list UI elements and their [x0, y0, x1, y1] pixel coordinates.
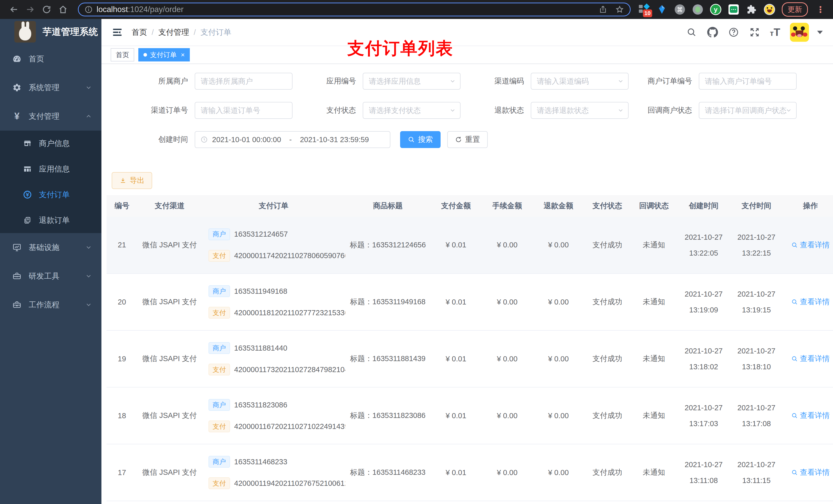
cell-fee: ¥ 0.00: [481, 217, 533, 273]
browser-update-button[interactable]: 更新: [782, 2, 808, 17]
extension-puzzle-icon[interactable]: [746, 4, 757, 15]
export-button[interactable]: 导出: [112, 172, 152, 189]
date-start[interactable]: 2021-10-01 00:00:00: [212, 136, 281, 144]
shop-icon: [23, 139, 32, 148]
fullscreen-icon[interactable]: [749, 27, 760, 38]
tab-close-icon[interactable]: ×: [181, 51, 185, 59]
sidebar-menu: 首页系统管理¥支付管理商户信息应用信息支付订单退款订单基础设施研发工具工作流程: [0, 45, 101, 319]
merchant-order-line: 商户1635311949168: [209, 285, 287, 297]
cell-order-numbers: 商户1635311468233支付42000011942021102767521…: [202, 444, 345, 501]
font-size-icon[interactable]: тT: [770, 26, 780, 39]
filter-input-field[interactable]: [195, 102, 292, 119]
chevron-down-icon: [617, 78, 624, 85]
merchant-order-line: 商户1635311881440: [209, 342, 287, 354]
browser-back-icon[interactable]: [7, 2, 21, 17]
filter-input-field[interactable]: [195, 73, 292, 90]
date-line: 2021-10-27: [677, 286, 730, 302]
cell-refund: [533, 501, 584, 504]
bookmark-star-icon[interactable]: [615, 5, 624, 14]
view-detail-link[interactable]: 查看详情: [791, 297, 830, 307]
reset-button[interactable]: 重置: [447, 131, 488, 148]
sidebar-subitem-支付订单[interactable]: 支付订单: [0, 182, 101, 208]
cell-fee: ¥ 0.00: [481, 387, 533, 444]
extension-y-icon[interactable]: y: [710, 4, 721, 15]
browser-menu-icon[interactable]: ⋮: [816, 4, 825, 15]
filter-select: [531, 102, 628, 119]
filter-label: 商户订单编号: [635, 76, 699, 86]
sidebar-collapse-icon[interactable]: [112, 27, 123, 38]
sidebar-subitem-label: 退款订单: [39, 215, 70, 225]
sidebar-item-首页[interactable]: 首页: [0, 45, 101, 73]
extension-record-icon[interactable]: [692, 4, 704, 15]
date-range-input[interactable]: 2021-10-01 00:00:00 - 2021-10-31 23:59:5…: [195, 131, 390, 148]
sidebar-item-系统管理[interactable]: 系统管理: [0, 73, 101, 102]
help-icon[interactable]: [728, 27, 739, 38]
filter-input-field[interactable]: [699, 73, 796, 90]
extension-emoji-icon[interactable]: [764, 4, 775, 15]
briefcase-icon: [12, 299, 22, 310]
cell-action: 查看详情: [783, 273, 833, 330]
search-icon[interactable]: [686, 27, 697, 38]
user-avatar[interactable]: [790, 23, 809, 42]
share-icon[interactable]: [599, 5, 607, 14]
tab-首页[interactable]: 首页: [111, 48, 134, 62]
extension-gem-icon[interactable]: [656, 4, 668, 15]
cell-paid-time: 2021-10-2713:17:08: [730, 387, 783, 444]
cell-action: 查看详情: [783, 387, 833, 444]
extension-tabs-icon[interactable]: 10: [638, 4, 649, 15]
extension-command-icon[interactable]: [674, 4, 686, 15]
sidebar-subitem-商户信息[interactable]: 商户信息: [0, 130, 101, 156]
cell-id: 21: [106, 217, 137, 273]
avatar-caret-icon[interactable]: [817, 31, 823, 34]
filter-form: 所属商户应用编号渠道编码商户订单编号渠道订单号支付状态退款状态回调商户状态 创建…: [101, 64, 833, 148]
view-detail-link[interactable]: 查看详情: [791, 354, 830, 364]
sidebar-item-label: 系统管理: [29, 82, 78, 93]
address-bar[interactable]: localhost:1024/pay/order: [78, 3, 630, 16]
cell-order-numbers: 商户1635311823086支付42000011672021102710224…: [202, 387, 345, 444]
chevron-down-icon: [617, 107, 624, 114]
chevron-down-icon: [85, 84, 92, 91]
cell-channel: 微信 JSAPI 支付: [137, 330, 202, 387]
filter-select-field[interactable]: [363, 73, 460, 90]
browser-home-icon[interactable]: [56, 2, 70, 17]
tab-支付订单[interactable]: 支付订单×: [138, 48, 190, 62]
time-line: 13:18:10: [730, 359, 783, 375]
browser-reload-icon[interactable]: [40, 2, 54, 17]
cell-amount: ¥ 0.01: [430, 330, 481, 387]
filter-field-支付状态: 支付状态: [299, 102, 467, 119]
column-header-支付渠道: 支付渠道: [137, 195, 202, 217]
cell-channel: 微信 JSAPI 支付: [137, 444, 202, 501]
sidebar-item-基础设施[interactable]: 基础设施: [0, 233, 101, 262]
breadcrumb-home[interactable]: 首页: [132, 27, 147, 38]
browser-forward-icon[interactable]: [23, 2, 38, 17]
app-logo-row[interactable]: 芋道管理系统: [0, 19, 101, 45]
extension-chat-icon[interactable]: [728, 4, 739, 15]
filter-select-field[interactable]: [531, 73, 628, 90]
magnifier-icon: [791, 242, 798, 248]
cell-title: 标题：1635311949168: [345, 273, 430, 330]
sidebar-item-研发工具[interactable]: 研发工具: [0, 262, 101, 290]
filter-select-field[interactable]: [531, 102, 628, 119]
cell-status: [584, 501, 630, 504]
sidebar-subitem-退款订单[interactable]: 退款订单: [0, 208, 101, 233]
filter-select-field[interactable]: [699, 102, 796, 119]
sidebar-item-工作流程[interactable]: 工作流程: [0, 290, 101, 319]
view-detail-link[interactable]: 查看详情: [791, 240, 830, 250]
tab-label: 支付订单: [150, 50, 177, 59]
cell-refund: ¥ 0.00: [533, 387, 584, 444]
pay-tag: 支付: [209, 477, 230, 489]
sidebar-item-支付管理[interactable]: ¥支付管理: [0, 102, 101, 130]
view-detail-link[interactable]: 查看详情: [791, 467, 830, 478]
view-detail-link[interactable]: 查看详情: [791, 410, 830, 421]
filter-field-所属商户: 所属商户: [130, 73, 299, 90]
date-end[interactable]: 2021-10-31 23:59:59: [300, 136, 369, 144]
site-info-icon[interactable]: [84, 5, 93, 14]
url-text: localhost:1024/pay/order: [97, 5, 184, 14]
sidebar-subitem-应用信息[interactable]: 应用信息: [0, 156, 101, 182]
github-icon[interactable]: [707, 27, 718, 38]
breadcrumb-pay-manage[interactable]: 支付管理: [158, 27, 189, 38]
search-button[interactable]: 搜索: [400, 131, 441, 148]
extensions-row: 10 y 更新 ⋮: [638, 2, 826, 17]
sidebar-item-label: 工作流程: [29, 299, 78, 310]
filter-select-field[interactable]: [363, 102, 460, 119]
